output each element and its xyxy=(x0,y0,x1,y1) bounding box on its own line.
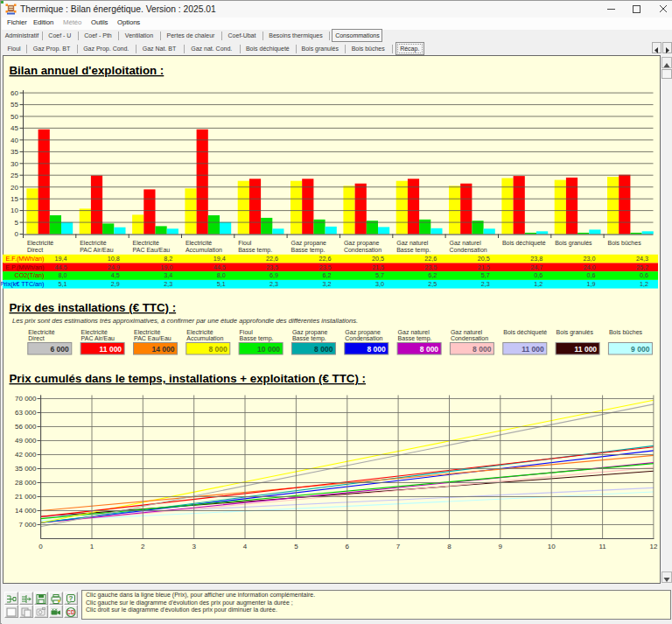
svg-text:Basse temp.: Basse temp. xyxy=(238,247,272,254)
svg-text:4: 4 xyxy=(243,543,248,550)
svg-text:14 000: 14 000 xyxy=(152,345,175,354)
svg-text:24,7: 24,7 xyxy=(530,263,542,271)
svg-text:10: 10 xyxy=(548,543,556,550)
svg-text:11: 11 xyxy=(598,543,606,550)
svg-text:6,2: 6,2 xyxy=(428,271,437,279)
svg-text:11 000: 11 000 xyxy=(522,345,544,354)
svg-text:3,2: 3,2 xyxy=(323,280,332,288)
svg-text:3,0: 3,0 xyxy=(375,280,384,288)
svg-text:45: 45 xyxy=(10,124,18,132)
svg-text:5,7: 5,7 xyxy=(375,271,384,279)
svg-text:42 000: 42 000 xyxy=(15,451,37,459)
svg-text:24,3: 24,3 xyxy=(636,255,648,263)
svg-text:23,5: 23,5 xyxy=(319,263,332,271)
svg-text:8 000: 8 000 xyxy=(368,345,387,354)
svg-text:8,0: 8,0 xyxy=(58,271,66,279)
svg-text:PAC Eau/Eau: PAC Eau/Eau xyxy=(134,335,172,341)
svg-text:21,5: 21,5 xyxy=(478,263,490,271)
svg-text:20: 20 xyxy=(10,184,18,192)
svg-text:12: 12 xyxy=(649,543,657,550)
svg-text:Condensation: Condensation xyxy=(450,247,487,253)
svg-text:Basse temp.: Basse temp. xyxy=(240,335,274,342)
svg-text:10 000: 10 000 xyxy=(257,345,280,354)
svg-text:Electricité: Electricité xyxy=(186,329,213,335)
svg-text:Accumulation: Accumulation xyxy=(186,335,223,341)
svg-text:2,3: 2,3 xyxy=(481,280,490,288)
svg-text:Gaz propane: Gaz propane xyxy=(344,240,380,247)
svg-text:23,5: 23,5 xyxy=(424,263,437,271)
svg-text:Electricité: Electricité xyxy=(81,329,108,335)
svg-text:23,5: 23,5 xyxy=(266,263,278,271)
svg-text:Prix(k€ TTC/an): Prix(k€ TTC/an) xyxy=(1,280,45,288)
svg-text:Gaz naturel: Gaz naturel xyxy=(450,240,482,246)
svg-text:20,5: 20,5 xyxy=(478,255,490,263)
svg-text:Basse temp.: Basse temp. xyxy=(398,335,432,342)
svg-text:5,7: 5,7 xyxy=(481,271,490,279)
svg-text:63 000: 63 000 xyxy=(15,409,37,417)
svg-text:8 000: 8 000 xyxy=(314,345,333,354)
svg-text:22,6: 22,6 xyxy=(266,255,278,263)
svg-text:8: 8 xyxy=(447,543,452,550)
svg-text:23,8: 23,8 xyxy=(530,255,542,263)
svg-text:6,2: 6,2 xyxy=(323,271,332,279)
svg-text:Electricité: Electricité xyxy=(28,329,54,335)
svg-text:11 000: 11 000 xyxy=(575,345,598,354)
svg-text:6 000: 6 000 xyxy=(51,345,70,354)
svg-text:0,6: 0,6 xyxy=(640,271,648,279)
svg-text:Direct: Direct xyxy=(27,247,43,253)
svg-text:Gaz naturel: Gaz naturel xyxy=(398,329,430,335)
svg-text:10,8: 10,8 xyxy=(108,255,120,263)
svg-text:56 000: 56 000 xyxy=(15,423,37,431)
svg-text:2,5: 2,5 xyxy=(428,280,437,288)
svg-text:Bois bûches: Bois bûches xyxy=(609,329,643,335)
svg-text:5,1: 5,1 xyxy=(58,280,66,288)
svg-text:2: 2 xyxy=(141,543,145,550)
svg-text:44,5: 44,5 xyxy=(214,263,226,271)
svg-text:PAC Air/Eau: PAC Air/Eau xyxy=(80,247,113,253)
svg-text:21 000: 21 000 xyxy=(15,493,37,501)
svg-text:50: 50 xyxy=(10,113,18,121)
svg-text:30: 30 xyxy=(10,160,18,168)
svg-text:3,4: 3,4 xyxy=(164,271,172,279)
svg-text:PAC Air/Eau: PAC Air/Eau xyxy=(81,335,115,341)
svg-text:0: 0 xyxy=(38,543,43,550)
svg-text:Basse temp.: Basse temp. xyxy=(291,247,326,254)
svg-text:11 000: 11 000 xyxy=(100,345,122,354)
svg-text:15: 15 xyxy=(10,195,18,203)
svg-text:Basse temp.: Basse temp. xyxy=(292,335,326,342)
svg-text:7: 7 xyxy=(396,543,401,550)
svg-text:Bois déchiqueté: Bois déchiqueté xyxy=(502,240,546,247)
svg-text:1: 1 xyxy=(90,543,94,550)
svg-text:49 000: 49 000 xyxy=(15,437,37,445)
svg-text:PAC Eau/Eau: PAC Eau/Eau xyxy=(133,247,171,253)
svg-text:19,4: 19,4 xyxy=(214,255,226,263)
svg-text:Les prix sont des estimations: Les prix sont des estimations très appro… xyxy=(12,317,358,325)
svg-text:Bilan annuel d'exploitation :: Bilan annuel d'exploitation : xyxy=(10,64,164,77)
svg-text:Condensation: Condensation xyxy=(345,335,382,341)
svg-text:Fioul: Fioul xyxy=(240,329,254,335)
svg-text:4,5: 4,5 xyxy=(111,271,120,279)
svg-text:Basse temp.: Basse temp. xyxy=(396,247,430,254)
svg-text:CD: CD xyxy=(66,609,75,615)
svg-text:21,5: 21,5 xyxy=(372,263,384,271)
svg-text:2,3: 2,3 xyxy=(164,280,172,288)
svg-text:Electricité: Electricité xyxy=(133,240,159,246)
svg-text:5: 5 xyxy=(15,219,19,227)
svg-text:2,9: 2,9 xyxy=(111,280,120,288)
svg-text:8 000: 8 000 xyxy=(472,345,492,354)
svg-text:0,6: 0,6 xyxy=(534,271,542,279)
svg-text:E.F.(MWh/an): E.F.(MWh/an) xyxy=(6,255,45,263)
svg-text:19,0: 19,0 xyxy=(160,263,172,271)
svg-text:22,6: 22,6 xyxy=(424,255,437,263)
svg-text:8 000: 8 000 xyxy=(209,345,228,354)
svg-text:Gaz naturel: Gaz naturel xyxy=(396,240,429,246)
svg-text:Electricité: Electricité xyxy=(27,240,53,246)
svg-text:Electricité: Electricité xyxy=(186,240,212,246)
svg-text:1,2: 1,2 xyxy=(534,280,542,288)
svg-text:Prix des installations (€ TTC): Prix des installations (€ TTC) : xyxy=(10,301,177,314)
svg-text:24,9: 24,9 xyxy=(108,263,120,271)
svg-text:6: 6 xyxy=(346,543,350,550)
svg-text:Condensation: Condensation xyxy=(344,247,382,253)
svg-text:CO2(T/an): CO2(T/an) xyxy=(15,271,45,279)
svg-text:9: 9 xyxy=(499,543,503,550)
